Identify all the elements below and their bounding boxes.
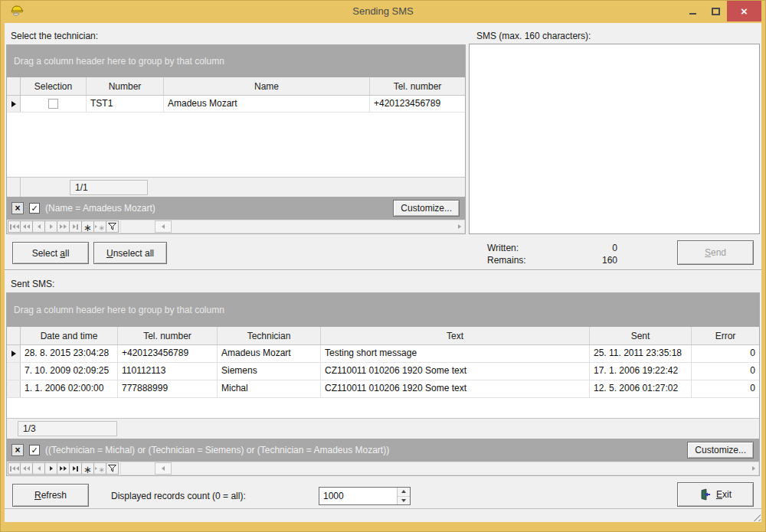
column-header-datetime[interactable]: Date and time [21, 327, 118, 344]
send-button[interactable]: Send [677, 240, 754, 265]
tel-cell[interactable]: 110112113 [118, 363, 218, 380]
number-cell[interactable]: TST1 [87, 96, 164, 112]
grid-hscrollbar[interactable] [120, 220, 465, 233]
datetime-cell[interactable]: 7. 10. 2009 02:09:25 [21, 363, 118, 380]
resize-grip[interactable] [751, 511, 761, 521]
sent-row[interactable]: 28. 8. 2015 23:04:28 +420123456789 Amade… [7, 345, 759, 363]
nav-prior-button[interactable] [32, 462, 45, 475]
sent-grid-footer: 1/3 [7, 418, 759, 439]
text-cell[interactable]: Testing short message [321, 345, 590, 362]
sent-header-row: Date and time Tel. number Technician Tex… [7, 327, 759, 345]
sent-grid: Drag a column header here to group by th… [6, 292, 760, 476]
name-cell[interactable]: Amadeus Mozart [164, 96, 370, 112]
technician-cell[interactable]: Michal [218, 380, 321, 397]
selection-cell[interactable] [21, 96, 87, 112]
nav-filter-button[interactable] [106, 462, 119, 475]
grid-empty-area [7, 398, 759, 418]
select-all-button[interactable]: Select all [12, 242, 89, 264]
grid-hscrollbar[interactable] [120, 462, 759, 475]
tel-cell[interactable]: +420123456789 [370, 96, 465, 112]
nav-append-button[interactable]: ∗ [93, 220, 106, 233]
column-header-error[interactable]: Error [692, 327, 759, 344]
app-window: Sending SMS × Select the technician: Dra… [0, 0, 766, 532]
column-header-technician[interactable]: Technician [218, 327, 321, 344]
close-button[interactable]: × [727, 1, 761, 21]
customize-button[interactable]: Customize... [687, 442, 754, 459]
exit-button[interactable]: Exit [677, 482, 754, 507]
error-cell[interactable]: 0 [692, 345, 759, 362]
sent-row[interactable]: 7. 10. 2009 02:09:25 110112113 Siemens C… [7, 363, 759, 380]
spin-down-button[interactable] [398, 497, 410, 505]
records-count-input[interactable] [319, 488, 397, 504]
technician-cell[interactable]: Siemens [218, 363, 321, 380]
column-header-number[interactable]: Number [87, 77, 164, 95]
filter-enabled-checkbox[interactable]: ✓ [29, 445, 40, 455]
tel-cell[interactable]: +420123456789 [118, 345, 218, 362]
column-header-sent[interactable]: Sent [590, 327, 692, 344]
unselect-all-button[interactable]: Unselect all [93, 242, 167, 264]
sent-cell[interactable]: 12. 5. 2006 01:27:02 [590, 380, 692, 397]
filter-text: ((Technician = Michal) or (Technician = … [45, 445, 682, 455]
text-cell[interactable]: CZ110011 010206 1920 Some text [321, 380, 590, 397]
column-header-selection[interactable]: Selection [21, 77, 87, 95]
sent-cell[interactable]: 17. 1. 2006 19:22:42 [590, 363, 692, 380]
selection-checkbox[interactable] [48, 99, 58, 109]
nav-filter-button[interactable] [106, 220, 119, 233]
nav-next-page-button[interactable] [57, 220, 70, 233]
column-header-tel[interactable]: Tel. number [370, 77, 465, 95]
nav-prior-button[interactable] [32, 220, 45, 233]
titlebar[interactable]: Sending SMS × [0, 0, 766, 23]
maximize-button[interactable] [704, 1, 727, 21]
refresh-button[interactable]: Refresh [12, 484, 89, 507]
nav-next-button[interactable] [44, 220, 57, 233]
spin-up-button[interactable] [398, 488, 410, 497]
nav-first-button[interactable] [8, 220, 21, 233]
sms-label: SMS (max. 160 characters): [476, 31, 591, 41]
sms-input[interactable] [469, 44, 760, 234]
nav-next-button[interactable] [44, 462, 57, 475]
scroll-right-button[interactable] [458, 224, 461, 229]
customize-button[interactable]: Customize... [393, 200, 460, 217]
nav-last-button[interactable] [69, 462, 82, 475]
filter-enabled-checkbox[interactable]: ✓ [29, 203, 40, 214]
nav-insert-button[interactable]: ∗ [81, 220, 94, 233]
filter-clear-button[interactable]: × [11, 202, 24, 214]
datetime-cell[interactable]: 28. 8. 2015 23:04:28 [21, 345, 118, 362]
nav-prior-page-button[interactable] [20, 220, 33, 233]
filter-clear-button[interactable]: × [11, 444, 24, 456]
nav-append-button[interactable]: ∗ [93, 462, 106, 475]
sent-section-label: Sent SMS: [11, 279, 54, 289]
pager: 1/1 [70, 180, 148, 195]
nav-next-page-button[interactable] [57, 462, 70, 475]
error-cell[interactable]: 0 [692, 380, 759, 397]
sent-row[interactable]: 1. 1. 2006 02:00:00 777888999 Michal CZ1… [7, 380, 759, 398]
datetime-cell[interactable]: 1. 1. 2006 02:00:00 [21, 380, 118, 397]
filter-bar: × ✓ ((Technician = Michal) or (Technicia… [7, 439, 759, 462]
funnel-icon [108, 223, 116, 230]
grid-navigator: ∗ ∗ [7, 462, 759, 475]
written-value: 0 [612, 243, 617, 255]
sent-group-by-panel[interactable]: Drag a column header here to group by th… [7, 293, 759, 327]
nav-last-button[interactable] [69, 220, 82, 233]
scroll-left-button[interactable] [155, 462, 172, 475]
sent-cell[interactable]: 25. 11. 2011 23:35:18 [590, 345, 692, 362]
scroll-right-button[interactable] [752, 466, 755, 471]
nav-first-button[interactable] [8, 462, 21, 475]
nav-insert-button[interactable]: ∗ [81, 462, 94, 475]
minimize-button[interactable] [681, 1, 704, 21]
group-by-panel[interactable]: Drag a column header here to group by th… [7, 45, 465, 77]
column-header-tel[interactable]: Tel. number [118, 327, 218, 344]
scroll-left-button[interactable] [155, 220, 172, 233]
technician-cell[interactable]: Amadeus Mozart [218, 345, 321, 362]
column-header-name[interactable]: Name [164, 77, 370, 95]
tel-cell[interactable]: 777888999 [118, 380, 218, 397]
technician-row[interactable]: TST1 Amadeus Mozart +420123456789 [7, 96, 465, 113]
active-row-indicator [7, 96, 21, 112]
technician-header-row: Selection Number Name Tel. number [7, 77, 465, 96]
column-header-text[interactable]: Text [321, 327, 590, 344]
nav-prior-page-button[interactable] [20, 462, 33, 475]
active-row-indicator [7, 345, 21, 362]
filter-bar: × ✓ (Name = Amadeus Mozart) Customize... [7, 197, 465, 220]
error-cell[interactable]: 0 [692, 363, 759, 380]
text-cell[interactable]: CZ110011 010206 1920 Some text [321, 363, 590, 380]
